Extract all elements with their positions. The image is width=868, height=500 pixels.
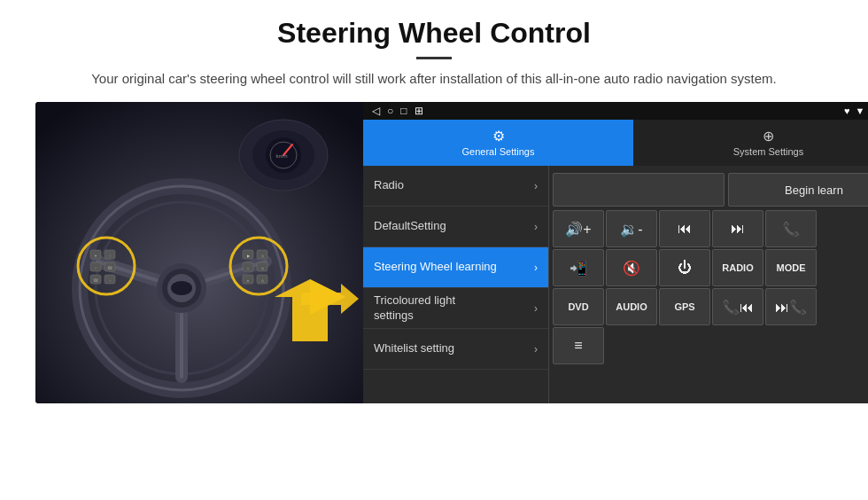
menu-icon[interactable]: ⊞ — [415, 105, 423, 117]
location-icon: ♥ — [844, 105, 850, 116]
svg-text:☎: ☎ — [107, 265, 112, 270]
tab-system-settings[interactable]: ⊕ System Settings — [633, 120, 868, 166]
chevron-icon-active: › — [534, 262, 538, 274]
main-content: Radio › DefaultSetting › Steering Wheel … — [363, 166, 868, 403]
tab-system-label: System Settings — [733, 146, 803, 157]
audio-button[interactable]: AUDIO — [606, 288, 657, 325]
mute-button[interactable]: 🔇 — [606, 249, 657, 286]
vol-up-icon: 🔊+ — [565, 221, 591, 238]
radio-button[interactable]: RADIO — [712, 249, 763, 286]
prev-track-button[interactable]: ⏮ — [659, 210, 710, 247]
general-settings-icon: ⚙ — [492, 128, 505, 145]
phone-icon: 📞 — [782, 221, 800, 238]
menu-item-steering-wheel[interactable]: Steering Wheel learning › — [363, 247, 548, 288]
vol-down-icon: 🔉- — [620, 221, 642, 238]
back-icon[interactable]: ◁ — [372, 105, 380, 117]
status-bar: ◁ ○ □ ⊞ ♥ ▼ 13:13 — [363, 102, 868, 120]
radio-row: Begin learn — [553, 169, 868, 210]
svg-point-13 — [171, 281, 192, 295]
mute-icon: 🔇 — [623, 260, 640, 277]
wifi-icon: ▼ — [856, 105, 865, 116]
control-row-1: 🔊+ 🔉- ⏮ ⏭ 📞 — [553, 210, 868, 247]
power-button[interactable]: ⏻ — [659, 249, 710, 286]
begin-learn-button[interactable]: Begin learn — [728, 173, 868, 207]
phone-button[interactable]: 📞 — [765, 210, 817, 247]
menu-item-radio-label: Radio — [374, 178, 404, 193]
menu-list-button[interactable]: ≡ — [553, 327, 604, 364]
menu-item-default-setting[interactable]: DefaultSetting › — [363, 207, 548, 247]
menu-item-steering-label: Steering Wheel learning — [374, 260, 497, 275]
phone-prev-button[interactable]: 📞⏮ — [712, 288, 763, 325]
menu-item-tricoloured-label: Tricoloured lightsettings — [374, 293, 455, 324]
chevron-icon: › — [534, 180, 538, 192]
content-area: km/h — [35, 102, 833, 403]
recents-icon[interactable]: □ — [400, 105, 407, 117]
page-title: Steering Wheel Control — [35, 16, 833, 50]
page-wrapper: Steering Wheel Control Your original car… — [0, 0, 868, 412]
phone-next-button[interactable]: ⏭📞 — [765, 288, 817, 325]
tab-general-label: General Settings — [462, 146, 535, 157]
menu-item-whitelist[interactable]: Whitelist setting › — [363, 329, 548, 370]
dvd-button[interactable]: DVD — [553, 288, 604, 325]
system-settings-icon: ⊕ — [763, 128, 774, 145]
menu-item-default-label: DefaultSetting — [374, 219, 446, 234]
empty-input-box — [553, 173, 725, 207]
title-section: Steering Wheel Control Your original car… — [35, 16, 833, 90]
svg-text:☎: ☎ — [93, 277, 98, 283]
subtitle: Your original car's steering wheel contr… — [80, 68, 788, 90]
control-row-3: DVD AUDIO GPS 📞⏮ ⏭📞 — [553, 288, 868, 325]
title-divider — [416, 57, 452, 59]
nav-bar: ◁ ○ □ ⊞ — [372, 105, 423, 117]
chevron-icon: › — [534, 221, 538, 233]
answer-call-button[interactable]: 📲 — [553, 249, 604, 286]
tab-bar: ⚙ General Settings ⊕ System Settings — [363, 120, 868, 166]
control-row-4: ≡ — [553, 327, 868, 364]
answer-call-icon: 📲 — [570, 260, 587, 277]
steering-wheel-image: km/h — [35, 102, 363, 403]
steering-bg: km/h — [35, 102, 363, 403]
menu-item-radio[interactable]: Radio › — [363, 166, 548, 207]
radio-label: RADIO — [722, 262, 753, 273]
home-icon[interactable]: ○ — [387, 105, 393, 117]
dvd-label: DVD — [568, 301, 588, 312]
status-bar-right: ♥ ▼ 13:13 — [844, 105, 868, 116]
chevron-icon: › — [534, 343, 538, 355]
svg-text:↑: ↑ — [109, 278, 111, 283]
next-track-button[interactable]: ⏭ — [712, 210, 763, 247]
vol-up-button[interactable]: 🔊+ — [553, 210, 604, 247]
gps-button[interactable]: GPS — [659, 288, 710, 325]
right-control-panel: Begin learn 🔊+ 🔉- ⏮ — [549, 166, 868, 403]
phone-prev-icon: 📞⏮ — [722, 299, 754, 316]
steering-wheel-svg: km/h — [35, 102, 363, 403]
chevron-icon: › — [534, 302, 538, 315]
phone-next-icon: ⏭📞 — [775, 299, 807, 316]
gps-label: GPS — [674, 301, 694, 312]
menu-item-tricoloured[interactable]: Tricoloured lightsettings › — [363, 288, 548, 329]
menu-list-icon: ≡ — [574, 338, 582, 354]
menu-item-whitelist-label: Whitelist setting — [374, 341, 454, 356]
left-menu: Radio › DefaultSetting › Steering Wheel … — [363, 166, 549, 403]
control-row-2: 📲 🔇 ⏻ RADIO MODE — [553, 249, 868, 286]
svg-text:+: + — [95, 253, 97, 258]
next-track-icon: ⏭ — [731, 221, 745, 237]
android-panel: ◁ ○ □ ⊞ ♥ ▼ 13:13 ⚙ General Settings — [363, 102, 868, 403]
svg-text:km/h: km/h — [275, 153, 287, 159]
tab-general-settings[interactable]: ⚙ General Settings — [363, 120, 633, 166]
mode-button[interactable]: MODE — [765, 249, 817, 286]
mode-label: MODE — [777, 262, 806, 273]
vol-down-button[interactable]: 🔉- — [606, 210, 657, 247]
svg-text:↑: ↑ — [109, 254, 111, 258]
audio-label: AUDIO — [616, 301, 647, 312]
power-icon: ⏻ — [678, 260, 692, 276]
prev-track-icon: ⏮ — [678, 221, 692, 237]
